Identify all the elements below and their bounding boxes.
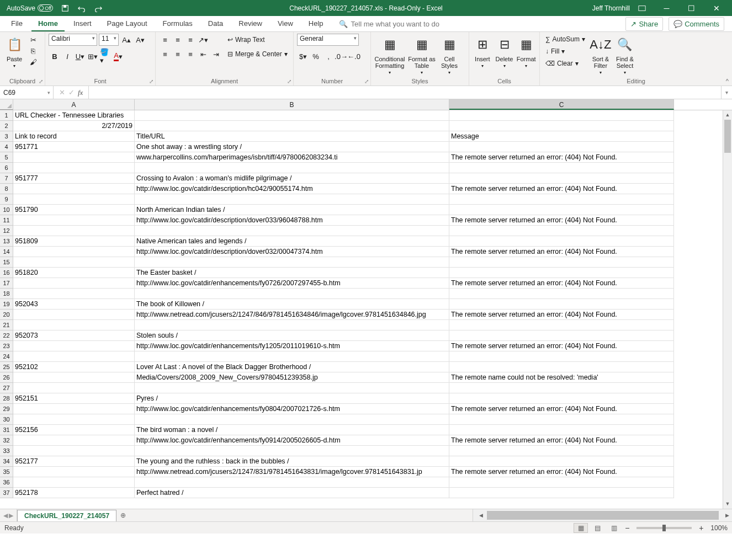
row-header[interactable]: 5 [0,152,13,163]
row-header[interactable]: 25 [0,362,13,372]
row-header[interactable]: 34 [0,456,13,467]
font-color-button[interactable]: A▾ [112,50,124,62]
cell-C26[interactable]: The remote name could not be resolved: '… [449,372,674,383]
cell-A8[interactable] [13,184,135,194]
tab-view[interactable]: View [271,17,300,31]
conditional-formatting-button[interactable]: ▦Conditional Formatting▾ [374,34,405,75]
cell-A27[interactable] [13,383,135,393]
row-header[interactable]: 15 [0,257,13,268]
cell-C28[interactable] [449,393,674,404]
cell-B2[interactable] [135,121,449,131]
font-name-dropdown[interactable]: Calibri [49,34,97,46]
cell-B19[interactable]: The book of Killowen / [135,299,449,310]
cell-C14[interactable]: The remote server returned an error: (40… [449,247,674,257]
cell-A29[interactable] [13,404,135,414]
row-header[interactable]: 3 [0,131,13,142]
autosum-button[interactable]: ∑AutoSum ▾ [543,34,587,45]
bold-button[interactable]: B [49,50,61,62]
cell-C6[interactable] [449,163,674,173]
cell-C13[interactable] [449,236,674,247]
row-header[interactable]: 18 [0,289,13,299]
merge-center-button[interactable]: ⊟Merge & Center ▾ [224,48,291,60]
zoom-level[interactable]: 100% [710,524,728,532]
cell-A36[interactable] [13,477,135,488]
autosave-toggle[interactable]: AutoSave Off [4,4,55,13]
page-break-view-icon[interactable]: ▥ [607,523,621,533]
share-button[interactable]: ↗Share [625,17,663,31]
cell-A3[interactable]: Link to record [13,131,135,142]
cell-A25[interactable]: 952102 [13,362,135,372]
scroll-thumb-v[interactable] [724,120,731,153]
cell-B23[interactable]: http://www.loc.gov/catdir/enhancements/f… [135,341,449,351]
font-dialog-launcher[interactable]: ⤢ [149,78,153,84]
cell-B14[interactable]: http://www.loc.gov/catdir/description/do… [135,247,449,257]
cell-A11[interactable] [13,215,135,226]
find-select-button[interactable]: 🔍Find & Select▾ [614,34,636,75]
scroll-thumb-h[interactable] [487,511,719,520]
alignment-dialog-launcher[interactable]: ⤢ [287,78,291,84]
cell-B12[interactable] [135,226,449,236]
cell-C34[interactable] [449,456,674,467]
cell-A10[interactable]: 951790 [13,205,135,215]
underline-button[interactable]: U▾ [74,50,86,62]
cell-A37[interactable]: 952178 [13,488,135,498]
row-header[interactable]: 24 [0,351,13,362]
cell-A2[interactable]: 2/27/2019 [13,121,135,131]
tab-data[interactable]: Data [201,17,230,31]
cell-A33[interactable] [13,446,135,456]
cell-C17[interactable]: The remote server returned an error: (40… [449,278,674,289]
copy-icon[interactable]: ⎘ [28,46,39,56]
cell-A28[interactable]: 952151 [13,393,135,404]
cell-B18[interactable] [135,289,449,299]
cell-A4[interactable]: 951771 [13,142,135,152]
row-header[interactable]: 21 [0,320,13,330]
enter-formula-icon[interactable]: ✓ [68,88,75,97]
cell-C18[interactable] [449,289,674,299]
tab-home[interactable]: Home [31,17,65,31]
cell-C4[interactable] [449,142,674,152]
number-format-dropdown[interactable]: General [297,34,359,46]
cell-A1[interactable]: URL Checker - Tennessee Libraries [13,110,135,121]
format-table-button[interactable]: ▦Format as Table▾ [407,34,436,75]
align-top-icon[interactable]: ≡ [159,34,171,46]
cut-icon[interactable]: ✂ [28,35,39,45]
cell-A15[interactable] [13,257,135,268]
select-all-corner[interactable] [0,99,13,110]
row-header[interactable]: 10 [0,205,13,215]
row-header[interactable]: 35 [0,467,13,477]
cell-C27[interactable] [449,383,674,393]
row-header[interactable]: 30 [0,414,13,425]
cell-B9[interactable] [135,194,449,205]
cell-C29[interactable]: The remote server returned an error: (40… [449,404,674,414]
format-cells-button[interactable]: ▦Format▾ [516,34,536,68]
normal-view-icon[interactable]: ▦ [574,523,588,533]
row-header[interactable]: 6 [0,163,13,173]
cell-A30[interactable] [13,414,135,425]
col-header-B[interactable]: B [135,99,449,110]
redo-icon[interactable] [92,2,105,15]
clipboard-dialog-launcher[interactable]: ⤢ [39,78,43,84]
cancel-formula-icon[interactable]: ✕ [59,88,65,97]
fill-button[interactable]: ↓Fill ▾ [543,46,587,57]
zoom-in-button[interactable]: + [697,524,705,532]
percent-icon[interactable]: % [310,50,322,62]
row-header[interactable]: 26 [0,372,13,383]
row-header[interactable]: 27 [0,383,13,393]
row-header[interactable]: 23 [0,341,13,351]
row-header[interactable]: 28 [0,393,13,404]
cell-C19[interactable] [449,299,674,310]
cell-C35[interactable]: The remote server returned an error: (40… [449,467,674,477]
cell-B3[interactable]: Title/URL [135,131,449,142]
col-header-A[interactable]: A [13,99,135,110]
tab-file[interactable]: File [4,17,29,31]
cell-C7[interactable] [449,173,674,184]
cell-A24[interactable] [13,351,135,362]
delete-cells-button[interactable]: ⊟Delete▾ [495,34,514,68]
border-button[interactable]: ⊞▾ [87,50,99,62]
close-button[interactable]: ✕ [704,0,729,16]
cell-A34[interactable]: 952177 [13,456,135,467]
row-header[interactable]: 8 [0,184,13,194]
cell-C1[interactable] [449,110,674,121]
col-header-C[interactable]: C [449,99,674,110]
cell-A5[interactable] [13,152,135,163]
